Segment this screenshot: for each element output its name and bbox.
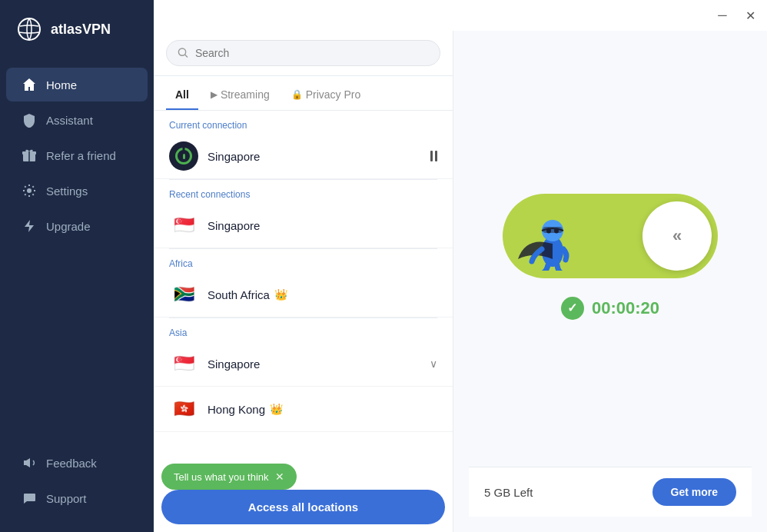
sidebar-item-support-label: Support — [46, 492, 87, 505]
search-input-wrap — [166, 40, 440, 66]
connection-status: ✓ 00:00:20 — [561, 297, 659, 320]
list-item[interactable]: 🇸🇬 Singapore ∨ — [154, 341, 453, 387]
sidebar-item-settings[interactable]: Settings — [6, 174, 148, 208]
location-list: Current connection Singapore Recent conn… — [154, 111, 453, 482]
home-icon — [22, 77, 37, 92]
chat-icon — [22, 490, 37, 506]
sidebar-item-home-label: Home — [46, 78, 77, 91]
data-remaining: 5 GB Left — [484, 486, 533, 499]
sidebar-logo: atlasVPN — [0, 0, 154, 58]
current-connection-header: Current connection — [154, 111, 453, 134]
location-name: Singapore — [208, 150, 421, 163]
vpn-toggle[interactable]: « — [503, 194, 718, 278]
gear-icon — [22, 183, 37, 198]
search-input[interactable] — [195, 47, 429, 59]
sidebar-item-upgrade-label: Upgrade — [46, 220, 91, 233]
africa-header: Africa — [154, 249, 453, 272]
svg-point-6 — [178, 48, 185, 55]
location-name: South Africa 👑 — [208, 288, 437, 301]
tab-streaming[interactable]: ▶ Streaming — [201, 84, 279, 110]
power-ring — [175, 148, 192, 165]
flag-circle: 🇭🇰 — [169, 394, 198, 424]
sidebar-item-feedback[interactable]: Feedback — [6, 446, 148, 480]
flag-circle: 🇿🇦 — [169, 280, 198, 309]
crown-icon: 👑 — [274, 288, 287, 301]
content-area: All ▶ Streaming 🔒 Privacy Pro Current co… — [154, 31, 767, 532]
tab-all[interactable]: All — [166, 84, 198, 110]
titlebar: ─ ✕ — [154, 0, 767, 31]
vpn-visual: « ✓ 00:00:20 — [503, 46, 718, 467]
toggle-thumb[interactable]: « — [642, 201, 712, 271]
access-all-locations-button[interactable]: Access all locations — [161, 490, 445, 524]
sidebar-item-home[interactable]: Home — [6, 68, 148, 101]
list-item[interactable]: 🇭🇰 Hong Kong 👑 — [154, 387, 453, 432]
megaphone-icon — [22, 455, 37, 470]
flag-circle: 🇸🇬 — [169, 349, 198, 378]
sidebar-logo-text: atlasVPN — [51, 22, 111, 38]
location-name: Singapore — [208, 219, 437, 232]
list-item[interactable]: 🇿🇦 South Africa 👑 — [154, 272, 453, 318]
list-item[interactable]: 🇸🇬 Singapore — [154, 203, 453, 248]
location-name: Hong Kong 👑 — [208, 403, 437, 416]
minimize-button[interactable]: ─ — [715, 8, 730, 23]
sidebar-item-assistant-label: Assistant — [46, 114, 93, 127]
sidebar-item-refer-label: Refer a friend — [46, 149, 116, 162]
asia-header: Asia — [154, 318, 453, 341]
sidebar: atlasVPN Home Assistant Refer a friend — [0, 0, 154, 532]
atlasVPN-logo-icon — [15, 15, 43, 43]
svg-line-7 — [185, 55, 188, 57]
sidebar-item-feedback-label: Feedback — [46, 457, 97, 470]
feedback-toast: Tell us what you think ✕ — [161, 464, 297, 490]
close-button[interactable]: ✕ — [742, 8, 758, 23]
connected-icon — [169, 141, 198, 171]
right-panel: « ✓ 00:00:20 5 GB Left Get more — [453, 31, 767, 532]
recent-connections-header: Recent connections — [154, 180, 453, 203]
bottom-bar: 5 GB Left Get more — [469, 467, 752, 517]
flag-circle: 🇸🇬 — [169, 211, 198, 240]
location-panel-bottom: Tell us what you think ✕ Access all loca… — [154, 482, 453, 532]
sidebar-item-settings-label: Settings — [46, 185, 88, 198]
tabs: All ▶ Streaming 🔒 Privacy Pro — [154, 76, 453, 111]
sidebar-item-support[interactable]: Support — [6, 481, 148, 515]
sidebar-item-refer[interactable]: Refer a friend — [6, 138, 148, 172]
svg-point-5 — [27, 188, 32, 193]
pause-icon[interactable] — [430, 151, 437, 161]
sidebar-nav: Home Assistant Refer a friend Settings — [0, 58, 154, 444]
connection-timer: 00:00:20 — [592, 298, 659, 318]
gift-icon — [22, 148, 37, 163]
get-more-button[interactable]: Get more — [652, 478, 736, 506]
feedback-toast-close[interactable]: ✕ — [275, 470, 284, 483]
search-icon — [178, 47, 189, 59]
location-panel: All ▶ Streaming 🔒 Privacy Pro Current co… — [154, 31, 453, 532]
sidebar-item-upgrade[interactable]: Upgrade — [6, 209, 148, 243]
tab-privacy-pro[interactable]: 🔒 Privacy Pro — [282, 84, 370, 110]
vpn-character — [510, 199, 595, 272]
main: ─ ✕ All ▶ — [154, 0, 767, 532]
crown-icon: 👑 — [270, 403, 283, 415]
sidebar-item-assistant[interactable]: Assistant — [6, 103, 148, 137]
bolt-icon — [22, 218, 37, 234]
list-item[interactable]: Singapore — [154, 134, 453, 179]
feedback-toast-text: Tell us what you think — [174, 471, 269, 483]
chevron-down-icon: ∨ — [430, 357, 437, 370]
status-check-icon: ✓ — [561, 297, 584, 320]
search-box — [154, 31, 453, 76]
character-illustration — [510, 201, 595, 271]
location-name: Singapore — [208, 357, 420, 371]
shield-icon — [22, 112, 37, 128]
chevron-left-icon: « — [672, 226, 682, 246]
sidebar-bottom: Feedback Support — [0, 444, 154, 532]
